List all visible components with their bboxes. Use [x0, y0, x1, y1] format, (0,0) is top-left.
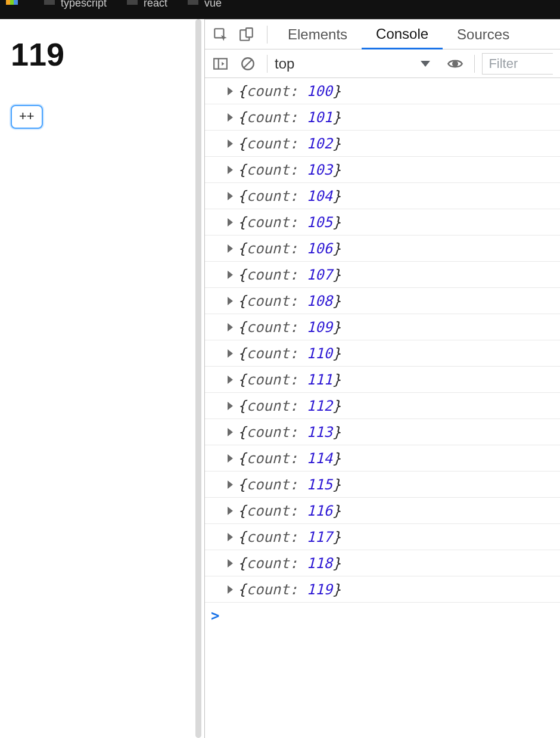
increment-button[interactable]: ++	[11, 105, 43, 129]
console-log-row[interactable]: {count: 116}	[205, 498, 560, 524]
log-value: 102	[307, 135, 332, 152]
console-log-row[interactable]: {count: 118}	[205, 550, 560, 576]
log-key: count	[246, 503, 289, 519]
console-log-row[interactable]: {count: 114}	[205, 445, 560, 472]
disclosure-triangle-icon[interactable]	[228, 428, 233, 436]
log-key: count	[246, 529, 289, 545]
disclosure-triangle-icon[interactable]	[228, 218, 233, 227]
browser-tab[interactable]: vue	[188, 0, 222, 6]
toolbar-separator	[267, 55, 267, 73]
log-value: 101	[307, 109, 332, 126]
inspect-element-icon[interactable]	[212, 26, 229, 43]
log-key: count	[246, 319, 289, 336]
clear-console-icon[interactable]	[239, 55, 256, 72]
console-log-row[interactable]: {count: 109}	[205, 314, 560, 340]
execution-context-dropdown[interactable]: top	[275, 55, 430, 72]
disclosure-triangle-icon[interactable]	[228, 87, 233, 95]
live-expression-icon[interactable]	[447, 55, 463, 72]
log-key: count	[246, 188, 289, 204]
log-value: 119	[307, 581, 332, 598]
log-value: 115	[307, 476, 332, 493]
disclosure-triangle-icon[interactable]	[228, 139, 233, 148]
disclosure-triangle-icon[interactable]	[228, 480, 233, 489]
disclosure-triangle-icon[interactable]	[228, 559, 233, 568]
disclosure-triangle-icon[interactable]	[228, 244, 233, 253]
disclosure-triangle-icon[interactable]	[228, 271, 233, 279]
log-key: count	[246, 240, 289, 257]
log-value: 118	[307, 555, 332, 572]
disclosure-triangle-icon[interactable]	[228, 533, 233, 541]
disclosure-triangle-icon[interactable]	[228, 192, 233, 200]
console-log-row[interactable]: {count: 110}	[205, 340, 560, 367]
console-toolbar: top Filter	[205, 49, 560, 78]
svg-rect-2	[246, 28, 253, 37]
log-key: count	[246, 83, 289, 100]
console-log-row[interactable]: {count: 106}	[205, 235, 560, 262]
log-object: {count: 105}	[238, 214, 341, 231]
disclosure-triangle-icon[interactable]	[228, 402, 233, 410]
console-log-row[interactable]: {count: 107}	[205, 262, 560, 288]
console-log-row[interactable]: {count: 108}	[205, 288, 560, 314]
browser-tab[interactable]: react	[127, 0, 167, 6]
context-label: top	[275, 55, 294, 72]
disclosure-triangle-icon[interactable]	[228, 297, 233, 305]
disclosure-triangle-icon[interactable]	[228, 376, 233, 384]
console-output: {count: 100}{count: 101}{count: 102}{cou…	[205, 78, 560, 738]
console-log-row[interactable]: {count: 119}	[205, 576, 560, 603]
log-value: 114	[307, 450, 332, 467]
disclosure-triangle-icon[interactable]	[228, 454, 233, 463]
tab-console[interactable]: Console	[362, 20, 443, 49]
count-display: 119	[11, 36, 181, 73]
console-log-row[interactable]: {count: 104}	[205, 183, 560, 209]
log-key: count	[246, 581, 289, 598]
log-value: 112	[307, 398, 332, 414]
console-log-row[interactable]: {count: 100}	[205, 78, 560, 104]
disclosure-triangle-icon[interactable]	[228, 585, 233, 594]
sidebar-toggle-icon[interactable]	[212, 55, 229, 72]
log-object: {count: 109}	[238, 319, 341, 336]
console-log-row[interactable]: {count: 113}	[205, 419, 560, 445]
devtools-tabbar: Elements Console Sources	[205, 20, 560, 49]
log-object: {count: 114}	[238, 450, 341, 467]
disclosure-triangle-icon[interactable]	[228, 113, 233, 122]
device-toolbar-icon[interactable]	[238, 26, 255, 43]
log-object: {count: 113}	[238, 424, 341, 441]
console-log-row[interactable]: {count: 117}	[205, 524, 560, 550]
console-log-row[interactable]: {count: 101}	[205, 104, 560, 131]
browser-tab[interactable]: typescript	[44, 0, 107, 6]
console-log-row[interactable]: {count: 111}	[205, 367, 560, 393]
log-value: 107	[307, 266, 332, 283]
log-key: count	[246, 424, 289, 441]
log-key: count	[246, 266, 289, 283]
disclosure-triangle-icon[interactable]	[228, 507, 233, 515]
devtools-panel: Elements Console Sources	[205, 19, 560, 738]
log-object: {count: 100}	[238, 83, 341, 100]
log-object: {count: 118}	[238, 555, 341, 572]
log-object: {count: 103}	[238, 162, 341, 178]
svg-rect-3	[214, 58, 227, 69]
console-log-row[interactable]: {count: 112}	[205, 393, 560, 419]
toolbar-separator	[474, 55, 475, 73]
log-value: 104	[307, 188, 332, 204]
tab-elements[interactable]: Elements	[273, 20, 362, 49]
log-key: count	[246, 476, 289, 493]
pane-resize-handle[interactable]	[192, 19, 205, 738]
filter-input[interactable]: Filter	[482, 53, 553, 75]
tab-label: Elements	[288, 26, 347, 43]
console-log-row[interactable]: {count: 115}	[205, 472, 560, 498]
tab-sources[interactable]: Sources	[443, 20, 509, 49]
disclosure-triangle-icon[interactable]	[228, 166, 233, 174]
log-key: count	[246, 214, 289, 231]
console-log-row[interactable]: {count: 103}	[205, 157, 560, 183]
tab-favicon-icon	[127, 0, 138, 5]
console-prompt[interactable]: >	[205, 603, 560, 629]
tab-label: Sources	[457, 26, 509, 43]
tab-label: typescript	[61, 0, 107, 6]
tab-label: vue	[204, 0, 222, 6]
browser-tab[interactable]	[6, 0, 24, 7]
console-log-row[interactable]: {count: 102}	[205, 131, 560, 157]
disclosure-triangle-icon[interactable]	[228, 349, 233, 358]
disclosure-triangle-icon[interactable]	[228, 323, 233, 331]
console-log-row[interactable]: {count: 105}	[205, 209, 560, 235]
tab-label: Console	[376, 26, 428, 42]
